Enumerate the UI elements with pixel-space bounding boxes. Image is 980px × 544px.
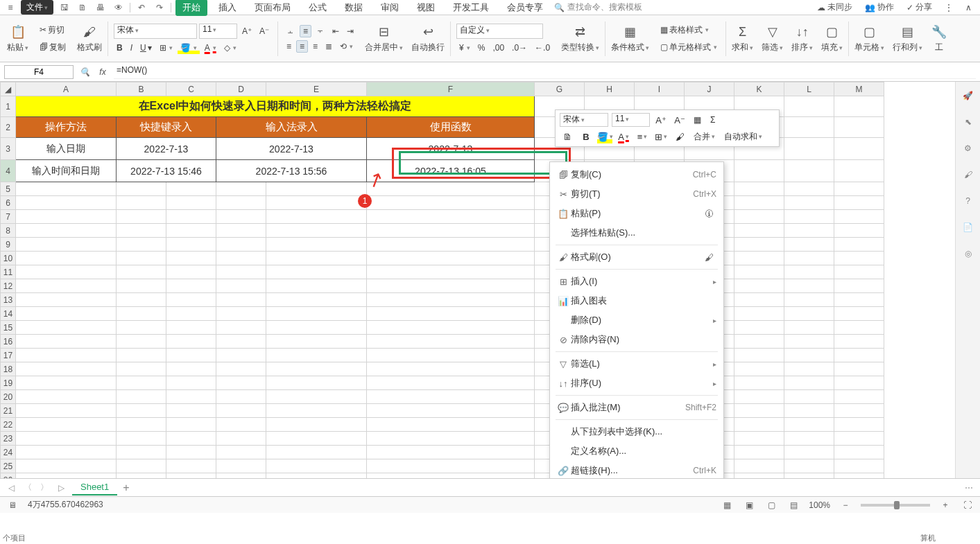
add-sheet-button[interactable]: + [123,482,129,494]
side-template-icon[interactable]: 📄 [961,220,975,234]
align-bottom-icon[interactable]: ⫟ [313,25,327,37]
fullscreen-icon[interactable]: ⛶ [961,499,974,511]
tools-button[interactable]: 🔧工 [928,22,950,55]
side-help-icon[interactable]: ? [961,194,975,208]
menu-icon[interactable]: ≡ [4,1,17,14]
mini-brush-icon[interactable]: 🖌 [672,130,687,143]
cell-BC2[interactable]: 快捷键录入 [117,117,216,138]
paste-button[interactable]: 📋粘贴 [4,22,31,55]
inc-decimal-icon[interactable]: .0→ [509,42,530,54]
tab-view[interactable]: 视图 [410,0,442,16]
mini-fill-color-icon[interactable]: 🪣 [597,130,612,143]
mini-format-icon[interactable]: 🗎 [560,130,575,143]
cell-DE2[interactable]: 输入法录入 [216,117,367,138]
font-name-combo[interactable]: 宋体 [114,24,197,39]
cell-style-button[interactable]: ▢ 单元格样式 [657,40,720,55]
comma-icon[interactable]: ,00 [490,42,507,54]
mini-merge-button[interactable]: ▦ [691,113,704,127]
sum-button[interactable]: Σ求和 [729,22,756,55]
orientation-icon[interactable]: ⟲ [337,40,356,53]
menu-filter[interactable]: ▽筛选(L)▸ [550,354,723,374]
side-brush-icon[interactable]: 🖌 [961,168,975,182]
type-convert-button[interactable]: ⇄类型转换 [558,22,602,55]
cell-F4[interactable]: 2022-7-13 16:05 [367,160,535,182]
zoom-slider[interactable] [861,504,930,507]
print-icon[interactable]: 🖶 [94,1,108,14]
number-format-combo[interactable]: 自定义 [456,24,543,39]
align-center-icon[interactable]: ≡ [296,40,308,53]
border-button[interactable]: ⊞ [157,42,175,54]
zoom-out-button[interactable]: − [839,499,852,511]
mini-autosum-text[interactable]: 自动求和 [721,130,765,143]
tab-data[interactable]: 数据 [338,0,370,16]
fill-color-button[interactable]: 🪣 [178,42,200,54]
column-headers[interactable]: ◢ ABCDEFGHIJKLM [1,82,884,96]
save-icon[interactable]: 🖫 [58,1,71,14]
wrap-text-button[interactable]: ↩自动换行 [409,22,447,55]
mini-merge-text[interactable]: 合并 [691,130,718,143]
mini-font-combo[interactable]: 宋体 [560,113,608,127]
cell-A4[interactable]: 输入时间和日期 [16,160,117,182]
cell-button[interactable]: ▢单元格 [852,22,887,55]
mini-font-color-icon[interactable]: A [616,130,631,143]
menu-cut[interactable]: ✂剪切(T)Ctrl+X [550,184,723,204]
side-more-icon[interactable]: ◎ [961,247,975,261]
tab-nav-next[interactable]: 〉 [39,482,50,493]
tab-nav-prev[interactable]: 〈 [22,482,33,493]
zoom-in-button[interactable]: + [938,499,952,511]
view-normal-icon[interactable]: ▦ [720,499,734,511]
redo-icon[interactable]: ↷ [153,1,166,14]
menu-format-brush[interactable]: 🖌格式刷(O)🖌 [550,247,723,267]
filter-button[interactable]: ▽筛选 [759,22,786,55]
cancel-formula-icon[interactable]: 🔍 [78,65,92,79]
decrease-indent-icon[interactable]: ⇤ [329,25,342,37]
side-select-icon[interactable]: ⬉ [961,115,975,129]
tab-nav-first[interactable]: ◁ [6,483,17,493]
title-cell[interactable]: 在Excel中如何快速录入日期和时间，两种方法轻松搞定 [16,96,535,117]
cell-DE4[interactable]: 2022-7-13 15:56 [216,160,367,182]
cell-F2[interactable]: 使用函数 [367,117,535,138]
fx-icon[interactable]: fx [96,65,110,79]
side-rocket-icon[interactable]: 🚀 [961,89,975,103]
name-box[interactable] [4,65,74,79]
italic-button[interactable]: I [128,42,135,54]
menu-insert[interactable]: ⊞插入(I)▸ [550,272,723,291]
view-read-icon[interactable]: ▤ [786,499,800,511]
view-break-icon[interactable]: ▢ [764,499,778,511]
cell-A2[interactable]: 操作方法 [16,117,117,138]
sort-button[interactable]: ↓↑排序 [789,22,816,55]
format-painter-button[interactable]: 🖌格式刷 [74,22,105,55]
rowcol-button[interactable]: ▤行和列 [890,22,925,55]
decrease-font-icon[interactable]: A⁻ [257,25,272,37]
side-settings-icon[interactable]: ⚙ [961,141,975,155]
table-style-button[interactable]: ▦ 表格样式 [657,23,720,37]
share-button[interactable]: ✓ 分享 [902,0,936,15]
mini-dec-font-icon[interactable]: A⁻ [672,113,687,127]
mini-size-combo[interactable]: 11 [612,113,650,127]
undo-icon[interactable]: ↶ [135,1,148,14]
menu-dropdown-select[interactable]: 从下拉列表中选择(K)... [550,422,723,441]
menu-paste-special[interactable]: 选择性粘贴(S)... [550,223,723,243]
menu-paste[interactable]: 📋粘贴(P)🛈 [550,204,723,223]
increase-indent-icon[interactable]: ⇥ [344,25,356,37]
align-left-icon[interactable]: ≡ [284,40,294,53]
percent-icon[interactable]: % [475,42,488,54]
more-menu-icon[interactable]: ⋮ [940,1,957,14]
view-page-icon[interactable]: ▣ [742,499,756,511]
cell-BC4[interactable]: 2022-7-13 15:46 [117,160,216,182]
preview-icon[interactable]: 👁 [112,1,126,14]
select-all-corner[interactable]: ◢ [1,82,16,96]
font-color-button[interactable]: A [202,42,219,54]
align-top-icon[interactable]: ⫠ [284,25,298,37]
sync-status[interactable]: ☁ 未同步 [813,0,857,15]
search-box[interactable]: 🔍 查找命令、搜索模板 [554,1,642,13]
bold-button[interactable]: B [114,42,126,54]
cond-format-button[interactable]: ▦条件格式 [608,22,652,55]
increase-font-icon[interactable]: A⁺ [239,25,255,37]
underline-button[interactable]: U▾ [137,42,155,54]
menu-comment[interactable]: 💬插入批注(M)Shift+F2 [550,398,723,417]
cut-button[interactable]: ✂ 剪切 [37,23,69,37]
menu-sort[interactable]: ↓↑排序(U)▸ [550,374,723,393]
mini-autosum-button[interactable]: Σ [707,113,718,127]
menu-define-name[interactable]: 定义名称(A)... [550,441,723,461]
